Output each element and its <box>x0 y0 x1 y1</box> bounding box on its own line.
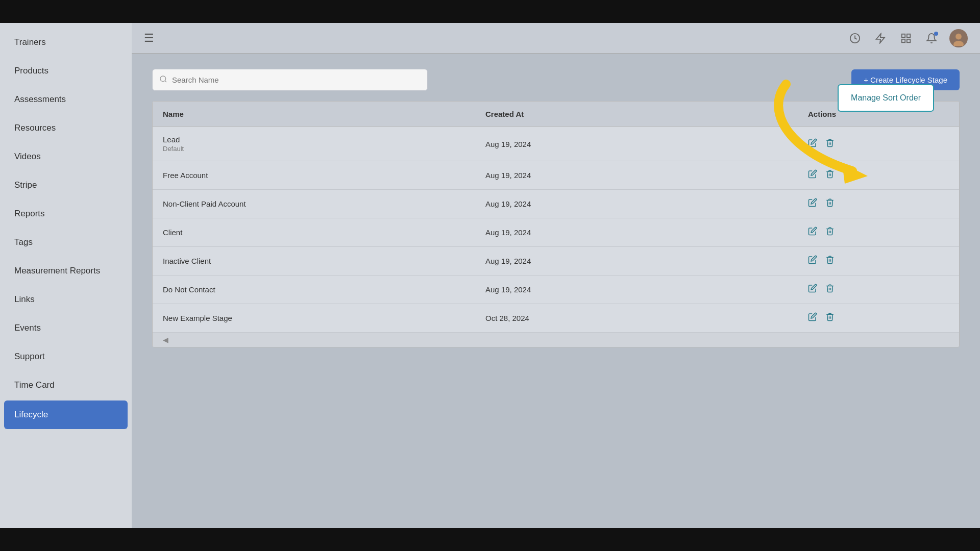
svg-point-7 <box>955 33 962 39</box>
row-name-text: Lead <box>163 135 180 144</box>
row-date-5: Aug 19, 2024 <box>475 276 798 304</box>
action-icons-group <box>808 255 835 267</box>
edit-icon[interactable] <box>808 312 817 324</box>
created-at-column-header: Created At <box>475 102 798 127</box>
delete-icon[interactable] <box>825 284 835 295</box>
table-body: LeadDefaultAug 19, 2024 Free AccountAug … <box>153 127 959 333</box>
top-black-bar <box>0 0 980 23</box>
row-name-2: Non-Client Paid Account <box>153 190 475 218</box>
row-name-text: Inactive Client <box>163 257 211 265</box>
delete-icon[interactable] <box>825 169 835 181</box>
edit-icon[interactable] <box>808 227 817 238</box>
row-actions-2 <box>798 190 959 218</box>
row-date-3: Aug 19, 2024 <box>475 218 798 246</box>
sidebar-item-stripe[interactable]: Stripe <box>0 171 132 199</box>
action-icons-group <box>808 198 835 210</box>
edit-icon[interactable] <box>808 284 817 295</box>
sidebar-item-resources[interactable]: Resources <box>0 114 132 142</box>
row-date-4: Aug 19, 2024 <box>475 247 798 275</box>
edit-icon[interactable] <box>808 198 817 210</box>
sidebar-item-reports[interactable]: Reports <box>0 199 132 228</box>
svg-line-10 <box>165 81 166 82</box>
action-icons-group <box>808 169 835 181</box>
clock-icon[interactable] <box>847 31 863 46</box>
edit-icon[interactable] <box>808 138 817 150</box>
row-name-4: Inactive Client <box>153 247 475 275</box>
row-name-text: Non-Client Paid Account <box>163 199 246 208</box>
sidebar-item-time-card[interactable]: Time Card <box>0 371 132 399</box>
delete-icon[interactable] <box>825 227 835 238</box>
delete-icon[interactable] <box>825 312 835 324</box>
avatar[interactable] <box>949 29 968 47</box>
lightning-icon[interactable] <box>873 31 888 46</box>
search-icon <box>159 75 167 85</box>
table-row: Non-Client Paid AccountAug 19, 2024 <box>153 190 959 218</box>
svg-rect-2 <box>902 34 905 37</box>
row-actions-4 <box>798 247 959 275</box>
sidebar: TrainersProductsAssessmentsResourcesVide… <box>0 23 132 528</box>
row-date-0: Aug 19, 2024 <box>475 127 798 161</box>
edit-icon[interactable] <box>808 169 817 181</box>
svg-rect-5 <box>907 39 910 42</box>
row-actions-5 <box>798 276 959 304</box>
row-name-text: New Example Stage <box>163 314 232 322</box>
sidebar-item-products[interactable]: Products <box>0 57 132 85</box>
delete-icon[interactable] <box>825 138 835 150</box>
delete-icon[interactable] <box>825 255 835 267</box>
row-actions-3 <box>798 218 959 246</box>
hamburger-menu-icon[interactable]: ☰ <box>144 32 154 45</box>
top-nav: ☰ <box>132 23 980 54</box>
table-row: ClientAug 19, 2024 <box>153 218 959 247</box>
svg-marker-1 <box>876 33 885 42</box>
svg-rect-3 <box>907 34 910 37</box>
row-name-0: LeadDefault <box>153 127 475 161</box>
svg-rect-4 <box>902 39 905 42</box>
row-name-text: Do Not Contact <box>163 285 215 294</box>
sidebar-item-tags[interactable]: Tags <box>0 228 132 257</box>
row-name-1: Free Account <box>153 161 475 189</box>
sidebar-item-assessments[interactable]: Assessments <box>0 85 132 114</box>
row-date-1: Aug 19, 2024 <box>475 161 798 189</box>
row-date-6: Oct 28, 2024 <box>475 304 798 332</box>
page-content: + Create Lifecycle Stage Name Created At… <box>132 54 980 528</box>
lifecycle-stages-table: Name Created At Actions LeadDefaultAug 1… <box>152 101 960 347</box>
sidebar-item-links[interactable]: Links <box>0 285 132 314</box>
table-row: LeadDefaultAug 19, 2024 <box>153 127 959 161</box>
sidebar-item-videos[interactable]: Videos <box>0 142 132 171</box>
grid-icon[interactable] <box>898 31 914 46</box>
bottom-black-bar <box>0 528 980 551</box>
svg-point-9 <box>160 76 166 82</box>
row-name-text: Client <box>163 228 182 237</box>
row-actions-1 <box>798 161 959 189</box>
scroll-indicator: ◀ <box>153 333 959 347</box>
row-name-6: New Example Stage <box>153 304 475 332</box>
search-input[interactable] <box>152 69 428 91</box>
action-icons-group <box>808 312 835 324</box>
edit-icon[interactable] <box>808 255 817 267</box>
search-container <box>152 69 428 91</box>
table-row: New Example StageOct 28, 2024 <box>153 304 959 333</box>
nav-right <box>847 29 968 47</box>
row-name-text: Free Account <box>163 171 208 180</box>
action-icons-group <box>808 284 835 295</box>
row-actions-0 <box>798 127 959 161</box>
manage-sort-order-button[interactable]: Manage Sort Order <box>838 84 934 112</box>
row-sub-text: Default <box>163 145 184 153</box>
sidebar-item-lifecycle[interactable]: Lifecycle <box>4 400 128 429</box>
row-name-5: Do Not Contact <box>153 276 475 304</box>
table-row: Inactive ClientAug 19, 2024 <box>153 247 959 276</box>
bell-icon[interactable] <box>924 31 939 46</box>
sidebar-item-trainers[interactable]: Trainers <box>0 28 132 57</box>
sidebar-item-events[interactable]: Events <box>0 314 132 342</box>
action-icons-group <box>808 227 835 238</box>
action-icons-group <box>808 138 835 150</box>
sidebar-item-support[interactable]: Support <box>0 342 132 371</box>
row-name-3: Client <box>153 218 475 246</box>
row-date-2: Aug 19, 2024 <box>475 190 798 218</box>
sidebar-item-measurement-reports[interactable]: Measurement Reports <box>0 257 132 285</box>
delete-icon[interactable] <box>825 198 835 210</box>
main-content: ☰ <box>132 23 980 528</box>
table-row: Free AccountAug 19, 2024 <box>153 161 959 190</box>
scroll-left-icon[interactable]: ◀ <box>163 336 168 344</box>
table-row: Do Not ContactAug 19, 2024 <box>153 276 959 304</box>
